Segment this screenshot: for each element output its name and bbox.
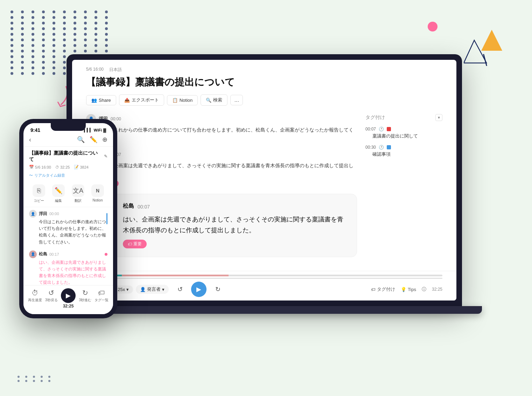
phone-speaker-time: 00:00 [49,212,59,216]
highlight-speaker: 松島 [123,203,134,210]
calendar-icon: 📅 [29,165,34,169]
info-icon: ⓘ [422,286,426,292]
transcript-entry: 👤 浮田 00:00 今日はこれからの仕事の進め方について打ち合わせをします。初… [86,114,357,143]
notion-icon: N [91,184,104,197]
tags-icon: 🏷 [98,289,105,297]
title-edit-icon: ✎ [104,154,107,159]
phone-body: 9:41 ▎▎▎ WiFi ▓ ‹ 🔍 ✏️ ⊕ 【議事録】稟議書の提出について [19,119,117,318]
text-icon: 📝 [74,165,79,169]
speaker-row: 👤 浮田 00:00 [86,114,357,124]
meta-words: 📝 3824 [74,165,88,169]
meta-lang: 日本語 [109,67,122,73]
laptop-screen: 5/6 16:00 日本語 【議事録】稟議書の提出について 👥 Share 📤 … [72,60,456,300]
edit-icon[interactable]: ✏️ [90,136,97,143]
phone-notch [51,123,86,131]
speed-control[interactable]: ⏱ 再生速度 [28,289,42,303]
phone-nav: ‹ 🔍 ✏️ ⊕ [23,133,113,147]
copy-icon: ⎘ [33,184,45,197]
copy-button[interactable]: ⎘ コピー [33,184,45,203]
info-button[interactable]: ⓘ [422,286,426,292]
tag-item: 00:30 🕐 確認事項 [365,145,442,157]
total-time: 32:25 [432,287,442,292]
highlight-speaker-row: 松島 00:07 [123,203,348,211]
tips-button[interactable]: 💡 Tips [401,287,416,292]
phone-speaker-name: 浮田 [39,211,47,217]
forward-icon: ↻ [82,289,88,297]
translate-icon: 文A [72,184,84,197]
notion-button[interactable]: 📋 Notion [167,95,198,105]
person-icon: 👤 [140,287,146,292]
pink-circle-decoration [428,22,438,31]
transcript-area: 👤 浮田 00:00 今日はこれからの仕事の進め方について打ち合わせをします。初… [86,114,357,278]
progress-container[interactable] [86,275,442,280]
phone-speaker-name: 松島 [39,251,47,257]
highlight-time: 00:07 [138,204,150,210]
play-button[interactable]: ▶ [191,282,206,297]
phone-entry-text: 今日はこれからの仕事の進め方について打ち合わせをします。初めに、松島くん、企画案… [39,219,107,246]
notion-icon: 📋 [172,98,178,103]
more-icon[interactable]: ⊕ [102,136,107,143]
laptop-toolbar: 👥 Share 📤 エクスポート 📋 Notion 🔍 検索 [86,94,442,106]
bottom-dots-decoration [18,376,54,382]
meta-duration: ⏱ 32:25 [55,165,70,169]
search-button[interactable]: 🔍 検索 [201,94,227,106]
wave-icon: 〜 [29,173,33,178]
phone-nav-group: 🔍 ✏️ ⊕ [77,136,107,143]
chevron-down-icon: ▾ [126,287,129,292]
laptop-main: 👤 浮田 00:00 今日はこれからの仕事の進め方について打ち合わせをします。初… [86,114,442,278]
phone-avatar: 👤 [29,250,37,258]
phone-play-button[interactable]: ▶ [61,288,76,303]
transcript-text: 今日はこれからの仕事の進め方について打ち合わせをします。初めに、松島くん、企画案… [99,126,357,143]
back-button[interactable]: ‹ [29,136,31,143]
highlight-dot [105,253,107,256]
player-right-controls: 🏷 タグ付け 💡 Tips ⓘ 32:25 [371,286,442,292]
tag-item: 00:07 🕐 稟議書の提出に関して [365,127,442,139]
audio-player: 2:26 🧡 1.25x ▾ 👤 発言者 ▾ [72,271,456,300]
phone-actions: ⎘ コピー ✏️ 編集 文A 翻訳 N Notion [23,181,113,207]
chevron-down-icon: ▾ [162,287,164,292]
tag-icon: 🏷 [128,242,132,247]
notion-button[interactable]: N Notion [91,184,104,203]
highlight-tag: 🏷 重要 [123,240,147,248]
share-button[interactable]: 👥 Share [86,95,116,105]
edit-button[interactable]: ✏️ 編集 [52,184,65,203]
player-controls: 2:26 🧡 1.25x ▾ 👤 発言者 ▾ [86,282,442,297]
clock-icon: 🕐 [379,145,384,150]
filter-icon[interactable]: ▾ [435,114,442,121]
tag-label: 確認事項 [372,151,442,157]
export-icon: 📤 [124,98,130,103]
export-button[interactable]: 📤 エクスポート [119,94,164,106]
accent-bar [106,213,107,224]
tag-button[interactable]: 🏷 タグ付け [371,286,395,292]
speaker-button[interactable]: 👤 発言者 ▾ [136,285,169,294]
clock-icon: ⏱ [55,165,59,169]
highlight-card: 松島 00:07 はい、企画案は先週できあがりまして、さっそくその実施に関する稟… [86,194,357,257]
phone-screen: 9:41 ▎▎▎ WiFi ▓ ‹ 🔍 ✏️ ⊕ 【議事録】稟議書の提出について [23,123,113,314]
phone-player-controls: ⏱ 再生速度 ↺ 3秒戻る ▶ ↻ 3秒進む 🏷 タグ一覧 [26,288,110,303]
rewind-button[interactable]: ↺ [174,284,186,295]
rewind-icon: ↺ [48,289,54,297]
meta-date: 📅 5/6 16:00 [29,165,51,169]
tags-control[interactable]: 🏷 タグ一覧 [94,289,108,303]
translate-button[interactable]: 文A 翻訳 [72,184,84,203]
rewind-control[interactable]: ↺ 3秒戻る [45,289,58,303]
transcript-text: はい、企画案は先週できあがりまして、さっそくその実施に関する稟議書を青木係長の指… [99,162,357,178]
laptop-title: 【議事録】稟議書の提出について [86,76,442,89]
highlight-content: 松島 00:07 はい、企画案は先週できあがりまして、さっそくその実施に関する稟… [123,203,348,248]
tag-dot-blue [387,145,391,149]
forward-control[interactable]: ↻ 3秒進む [79,289,91,303]
phone: 9:41 ▎▎▎ WiFi ▓ ‹ 🔍 ✏️ ⊕ 【議事録】稟議書の提出について [19,119,117,318]
phone-title: 【議事録】稟議書の提出について ✎ [23,147,113,164]
search-icon[interactable]: 🔍 [77,136,85,143]
edit-icon: ✏️ [52,184,65,197]
tag-time-row: 00:30 🕐 [365,145,442,150]
share-icon: 👥 [91,98,97,103]
wifi-icon: WiFi [94,128,102,132]
speaker-row: 👤 松島 00:07 [86,150,357,160]
tags-header: タグ付け ▾ [365,114,442,121]
laptop-body: 5/6 16:00 日本語 【議事録】稟議書の提出について 👥 Share 📤 … [66,54,462,306]
phone-meta: 📅 5/6 16:00 ⏱ 32:25 📝 3824 [23,164,113,172]
more-button[interactable]: … [230,95,243,105]
forward-button[interactable]: ↻ [212,284,223,295]
phone-bottom-bar: ⏱ 再生速度 ↺ 3秒戻る ▶ ↻ 3秒進む 🏷 タグ一覧 [23,285,113,314]
